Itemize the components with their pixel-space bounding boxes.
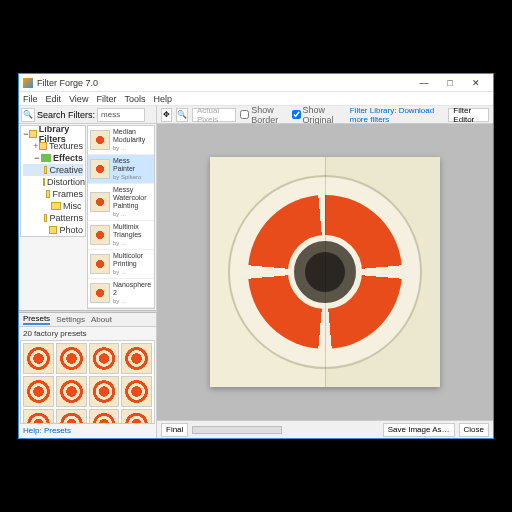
result-item[interactable]: Multicolor Printingby ...: [88, 250, 154, 279]
save-image-button[interactable]: Save Image As…: [383, 423, 455, 437]
search-filters-label: Search Filters:: [37, 110, 95, 120]
search-results-list[interactable]: Median Modularityby ...Mess Painterby Sp…: [87, 125, 155, 309]
left-tabs: Presets Settings About: [19, 313, 156, 327]
presets-header: 20 factory presets: [19, 327, 156, 340]
app-window: Filter Forge 7.0 — □ ✕ File Edit View Fi…: [18, 73, 494, 439]
menu-tools[interactable]: Tools: [124, 94, 145, 104]
final-button[interactable]: Final: [161, 423, 188, 437]
pan-icon[interactable]: ✥: [161, 108, 172, 122]
preview-image: [210, 157, 440, 387]
preset-thumb[interactable]: [121, 343, 152, 374]
preset-thumb[interactable]: [23, 343, 54, 374]
preset-thumb[interactable]: [56, 376, 87, 407]
zoom-icon[interactable]: 🔍: [176, 108, 188, 122]
compare-divider[interactable]: [325, 157, 326, 387]
preset-thumb[interactable]: [121, 376, 152, 407]
tree-node[interactable]: Photo: [23, 224, 83, 236]
download-filters-link[interactable]: Filter Library: Download more filters: [350, 106, 445, 124]
progress-bar: [192, 426, 282, 434]
preview-canvas[interactable]: [157, 124, 493, 420]
app-icon: [23, 78, 33, 88]
preset-thumb[interactable]: [56, 409, 87, 425]
tree-node[interactable]: −Effects: [23, 152, 83, 164]
presets-grid[interactable]: [20, 340, 155, 424]
app-title: Filter Forge 7.0: [37, 78, 411, 88]
tab-presets[interactable]: Presets: [23, 314, 50, 325]
filter-tree[interactable]: −Library Filters+Textures−EffectsCreativ…: [20, 125, 86, 237]
search-toolbar: 🔍 Search Filters:: [19, 106, 156, 124]
menu-help[interactable]: Help: [153, 94, 172, 104]
preset-thumb[interactable]: [56, 343, 87, 374]
bottom-bar: Final Save Image As… Close: [157, 420, 493, 438]
main-area: 🔍 Search Filters: −Library Filters+Textu…: [19, 106, 493, 438]
menu-view[interactable]: View: [69, 94, 88, 104]
help-presets-link[interactable]: Help: Presets: [19, 424, 156, 438]
result-item[interactable]: Messy Watercolor Paintingby ...: [88, 184, 154, 221]
menubar: File Edit View Filter Tools Help: [19, 92, 493, 106]
preset-thumb[interactable]: [89, 343, 120, 374]
preset-thumb[interactable]: [23, 409, 54, 425]
tab-settings[interactable]: Settings: [56, 315, 85, 324]
preset-thumb[interactable]: [89, 376, 120, 407]
filter-editor-button[interactable]: Filter Editor: [448, 108, 489, 122]
result-item[interactable]: Nanosphere 2by ...: [88, 279, 154, 308]
close-panel-button[interactable]: Close: [459, 423, 489, 437]
tree-node[interactable]: +Textures: [23, 140, 83, 152]
left-panel: 🔍 Search Filters: −Library Filters+Textu…: [19, 106, 157, 438]
tree-node[interactable]: −Library Filters: [23, 128, 83, 140]
preset-thumb[interactable]: [23, 376, 54, 407]
actual-pixels-button[interactable]: Actual Pixels: [192, 108, 236, 122]
maximize-button[interactable]: □: [437, 76, 463, 90]
tree-node[interactable]: Patterns: [23, 212, 83, 224]
search-input[interactable]: [97, 108, 145, 122]
preview-toolbar: ✥ 🔍 Actual Pixels Show Border Show Origi…: [157, 106, 493, 124]
titlebar[interactable]: Filter Forge 7.0 — □ ✕: [19, 74, 493, 92]
menu-filter[interactable]: Filter: [96, 94, 116, 104]
search-icon[interactable]: 🔍: [21, 108, 35, 122]
result-item[interactable]: Multimix Trianglesby ...: [88, 221, 154, 250]
show-original-checkbox[interactable]: Show Original: [292, 106, 342, 125]
close-button[interactable]: ✕: [463, 76, 489, 90]
tree-node[interactable]: Misc: [23, 200, 83, 212]
minimize-button[interactable]: —: [411, 76, 437, 90]
center-panel: ✥ 🔍 Actual Pixels Show Border Show Origi…: [157, 106, 493, 438]
menu-file[interactable]: File: [23, 94, 38, 104]
result-item[interactable]: Mess Painterby Spikero: [88, 155, 154, 184]
tab-about[interactable]: About: [91, 315, 112, 324]
tree-node[interactable]: Frames: [23, 188, 83, 200]
result-item[interactable]: Median Modularityby ...: [88, 126, 154, 155]
show-border-checkbox[interactable]: Show Border: [240, 106, 287, 125]
tree-node[interactable]: Distortions: [23, 176, 83, 188]
preset-thumb[interactable]: [89, 409, 120, 425]
preset-thumb[interactable]: [121, 409, 152, 425]
tree-node[interactable]: Snippets: [23, 236, 83, 237]
menu-edit[interactable]: Edit: [46, 94, 62, 104]
tree-node[interactable]: Creative: [23, 164, 83, 176]
